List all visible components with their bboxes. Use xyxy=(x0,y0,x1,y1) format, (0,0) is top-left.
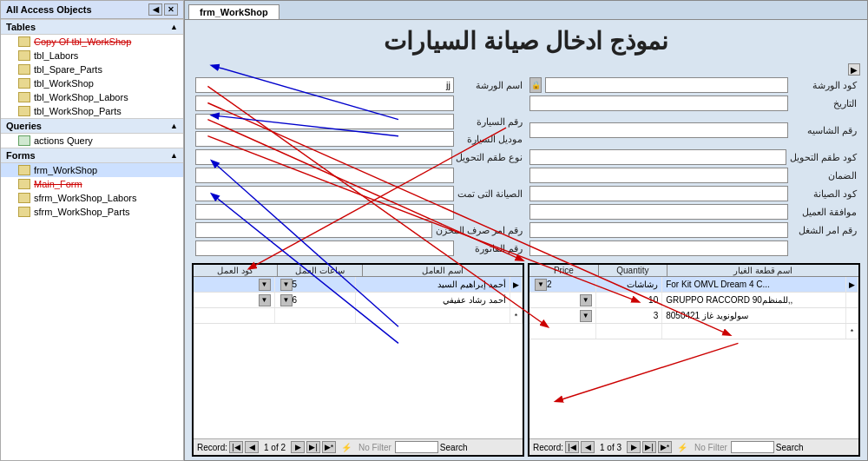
work-hours-cell[interactable]: 6 ▼ xyxy=(275,293,357,307)
part-name-text: For Kit OMVL Dream 4 C... xyxy=(666,280,770,289)
field-group-empty2 xyxy=(195,168,523,183)
dropdown-icon[interactable]: ▼ xyxy=(259,279,271,291)
work-code-cell[interactable]: ▼ xyxy=(194,293,275,307)
part-qty-text: 2 xyxy=(547,280,552,289)
subform-part-row[interactable]: ▶ For Kit OMVL Dream 4 C... رشاشات 2 ▼ xyxy=(529,277,858,293)
subform-labor-row[interactable]: ▶ أحمد إبراهيم السيد 5 ▼ ▼ xyxy=(194,277,523,293)
warranty-input[interactable] xyxy=(529,168,788,183)
new-price-cell[interactable] xyxy=(529,324,596,339)
part-type-cell[interactable]: 3 xyxy=(596,308,663,323)
car-model-input[interactable] xyxy=(195,131,454,147)
workshop-name-input[interactable] xyxy=(195,77,454,93)
nav-prev-btn[interactable]: ◀ xyxy=(245,441,259,453)
table-item-spare-parts[interactable]: tbl_Spare_Parts xyxy=(1,63,183,76)
tables-collapse-icon[interactable]: ▲ xyxy=(170,23,178,31)
approval-input[interactable] xyxy=(529,204,788,220)
table-item-copy[interactable]: Copy Of tbl_WorkShop xyxy=(1,35,183,49)
subform-parts: اسم قطعة الغيار Quantity Price ▶ For Kit… xyxy=(528,263,860,457)
nav-prev-btn[interactable]: ◀ xyxy=(581,441,595,453)
part-qty-cell[interactable]: ▼ xyxy=(529,293,596,307)
new-part-cell[interactable] xyxy=(662,324,846,339)
field-group-invoice: رقم الفاتورة xyxy=(195,240,523,256)
form-item-sfrm-parts[interactable]: sfrm_WorkShop_Parts xyxy=(1,205,183,219)
nav-first-btn[interactable]: |◀ xyxy=(565,441,579,453)
subform-part-new-row[interactable]: * xyxy=(529,324,858,339)
part-name-cell[interactable]: سولونويد غاز 8050421 xyxy=(662,308,846,323)
part-name-cell[interactable]: GRUPPO RACCORD 90للمنظم,, xyxy=(662,293,846,307)
worker-name-cell[interactable]: أحمد إبراهيم السيد xyxy=(356,277,510,292)
field-group-warranty: الضمان xyxy=(529,168,857,183)
dropdown-icon[interactable]: ▼ xyxy=(580,310,592,322)
worker-name-cell[interactable]: أحمد رشاد عفيفي xyxy=(356,293,510,307)
worker-name-text: أحمد إبراهيم السيد xyxy=(437,280,506,289)
subform-labor-row[interactable]: أحمد رشاد عفيفي 6 ▼ ▼ xyxy=(194,293,523,308)
shutter-icon-btn[interactable]: ◀ xyxy=(148,3,162,16)
dropdown-icon[interactable]: ▼ xyxy=(280,294,293,306)
nav-last-btn[interactable]: ▶| xyxy=(642,441,656,453)
empty-input4[interactable] xyxy=(529,240,788,256)
dropdown-icon[interactable]: ▼ xyxy=(259,294,271,306)
work-order-input[interactable] xyxy=(529,222,788,238)
col-price: Price xyxy=(529,265,599,276)
form-item-sfrm-labors[interactable]: sfrm_WorkShop_Labors xyxy=(1,191,183,205)
part-name-cell[interactable]: For Kit OMVL Dream 4 C... xyxy=(662,277,846,292)
subform-part-row[interactable]: سولونويد غاز 8050421 3 ▼ xyxy=(529,308,858,324)
nav-last-btn[interactable]: ▶| xyxy=(306,441,320,453)
date-input[interactable] xyxy=(529,95,788,111)
empty-input3[interactable] xyxy=(195,204,454,220)
nav-new-btn[interactable]: ▶* xyxy=(322,441,336,453)
part-qty-cell[interactable]: ▼ xyxy=(529,308,596,323)
new-worker-cell[interactable] xyxy=(356,308,510,323)
chassis-input[interactable] xyxy=(529,122,788,138)
part-name-text: GRUPPO RACCORD 90للمنظم,, xyxy=(666,295,792,305)
subform-labor-new-row[interactable]: * xyxy=(194,308,523,324)
table-item-workshop[interactable]: tbl_WorkShop xyxy=(1,76,183,90)
table-item-workshop-parts[interactable]: tbl_WorkShop_Parts xyxy=(1,104,183,118)
search-input[interactable] xyxy=(395,441,438,453)
table-item-labors[interactable]: tbl_Labors xyxy=(1,49,183,63)
maint-done-input[interactable] xyxy=(195,186,454,201)
lock-icon: 🔒 xyxy=(529,77,542,93)
work-hours-cell[interactable]: 5 ▼ xyxy=(275,277,357,292)
car-num-input[interactable] xyxy=(195,114,454,129)
new-qty-cell[interactable] xyxy=(596,324,663,339)
forms-collapse-icon[interactable]: ▲ xyxy=(170,151,178,160)
nav-new-btn[interactable]: ▶* xyxy=(658,441,672,453)
form-tab-workshop[interactable]: frm_WorkShop xyxy=(188,4,279,19)
dropdown-icon[interactable]: ▼ xyxy=(280,279,293,291)
table-item-workshop-labors[interactable]: tbl_WorkShop_Labors xyxy=(1,90,183,104)
conv-code-input[interactable] xyxy=(529,149,786,165)
query-item-actions[interactable]: actions Query xyxy=(1,134,183,148)
part-type-cell[interactable]: 10 xyxy=(596,293,663,307)
subform-part-row[interactable]: GRUPPO RACCORD 90للمنظم,, 10 ▼ xyxy=(529,293,858,308)
empty-input1[interactable] xyxy=(195,95,454,111)
chassis-label: رقم الشاسيه xyxy=(792,125,857,136)
nav-next-btn[interactable]: ▶ xyxy=(627,441,641,453)
close-panel-btn[interactable]: ✕ xyxy=(164,3,178,16)
new-code-cell[interactable] xyxy=(194,308,275,323)
new-hours-cell[interactable] xyxy=(275,308,357,323)
maint-code-input[interactable] xyxy=(529,186,788,201)
work-code-cell[interactable]: ▼ xyxy=(194,277,275,292)
forms-section-header: Forms ▲ xyxy=(1,148,183,163)
queries-collapse-icon[interactable]: ▲ xyxy=(170,122,178,130)
part-qty-cell[interactable]: 2 ▼ xyxy=(529,277,596,292)
search-input[interactable] xyxy=(731,441,774,453)
record-nav-arrow[interactable]: ▶ xyxy=(848,63,860,76)
form-item-workshop[interactable]: frm_WorkShop xyxy=(1,163,183,177)
dropdown-icon[interactable]: ▼ xyxy=(580,294,592,306)
empty-input2[interactable] xyxy=(195,168,454,183)
workshop-code-label: كود الورشة xyxy=(792,80,857,91)
form-item-main[interactable]: Main_Form xyxy=(1,177,183,191)
nav-first-btn[interactable]: |◀ xyxy=(229,441,243,453)
field-group-work-order: رقم امر الشغل xyxy=(529,222,857,238)
store-order-input[interactable] xyxy=(195,222,432,238)
workshop-code-input[interactable] xyxy=(545,77,788,93)
part-type-cell[interactable]: رشاشات xyxy=(596,277,663,292)
conv-type-input[interactable] xyxy=(195,149,452,165)
nav-next-btn[interactable]: ▶ xyxy=(291,441,305,453)
invoice-input[interactable] xyxy=(195,240,454,256)
field-group-empty4 xyxy=(529,240,857,256)
dropdown-icon[interactable]: ▼ xyxy=(535,279,547,291)
table-icon xyxy=(18,64,30,75)
